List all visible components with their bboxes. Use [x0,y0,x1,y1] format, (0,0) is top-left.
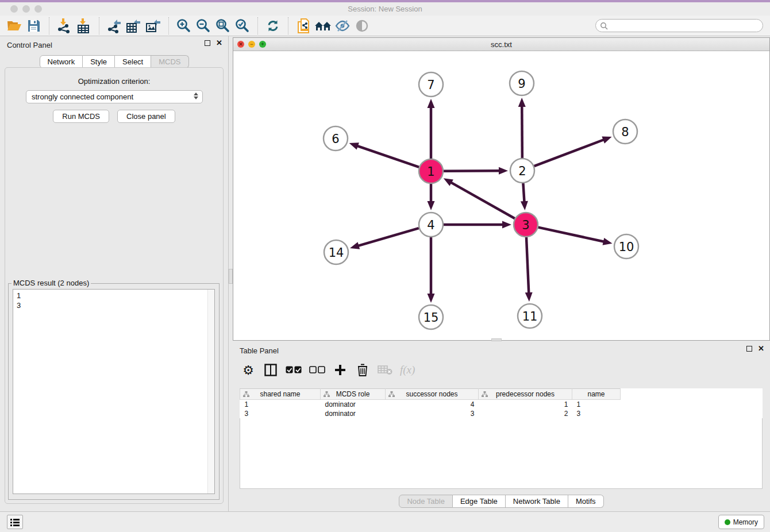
trash-icon [357,364,368,376]
duplicate-network-button[interactable] [294,17,313,34]
zoom-out-button[interactable] [194,17,213,34]
column-header-mcds-role[interactable]: MCDS role [321,389,386,400]
zoom-in-button[interactable] [174,17,194,34]
task-history-button[interactable] [7,515,23,529]
table-toolbar: ⚙ [241,358,415,382]
table-cell[interactable]: dominator [321,409,386,418]
graph-node-label: 1 [427,165,434,179]
graph-node-label: 2 [518,164,526,178]
window-title: Session: New Session [0,5,770,13]
control-panel: Control Panel ✕ Network Style Select MCD… [0,36,229,511]
close-panel-icon[interactable]: ✕ [216,40,222,46]
panel-splitter-handle[interactable] [229,269,233,284]
column-header-name[interactable]: name [572,389,621,400]
graph-edge-3-10[interactable] [538,228,605,242]
table-cell[interactable]: 1 [240,400,321,409]
tab-network[interactable]: Network [39,55,83,68]
zoom-selected-button[interactable] [233,17,252,34]
network-graph: 7968124314101511 [233,51,769,340]
delete-table-button[interactable] [378,361,392,379]
criterion-dropdown[interactable]: strongly connected component [26,90,203,103]
graph-node-label: 10 [619,240,634,254]
import-table-button[interactable] [74,17,94,34]
zoom-fit-button[interactable] [213,17,233,34]
graph-node-label: 6 [332,132,339,146]
graph-edge-4-14[interactable] [357,228,418,246]
tab-network-table[interactable]: Network Table [506,495,568,508]
graph-edge-1-6[interactable] [356,145,419,167]
mcds-result-group: MCDS result (2 nodes) 13 [8,283,220,500]
tab-style[interactable]: Style [83,55,115,68]
column-header-shared-name[interactable]: shared name [240,389,321,400]
table-cell[interactable]: 3 [572,409,621,418]
search-input[interactable] [608,21,763,31]
tab-motifs[interactable]: Motifs [568,495,604,508]
table-cell[interactable]: 4 [386,400,479,409]
add-row-button[interactable] [333,361,348,379]
table-cell[interactable]: dominator [321,400,386,409]
graph-edge-2-9[interactable] [522,105,522,158]
graph-node-label: 8 [621,125,629,139]
mcds-result-item[interactable]: 3 [17,300,203,310]
show-hidden-button[interactable] [352,17,372,34]
show-column-button[interactable] [263,361,278,379]
table-cell[interactable]: 3 [240,409,321,418]
import-network-button[interactable] [55,17,74,34]
mcds-result-list[interactable]: 13 [13,289,215,494]
export-table-button[interactable] [124,17,144,34]
columns-icon [264,364,277,376]
main-toolbar [0,16,770,36]
plus-icon [334,364,346,376]
refresh-button[interactable] [263,17,283,34]
export-table-icon [126,18,141,33]
save-session-button[interactable] [24,17,44,34]
tab-edge-table[interactable]: Edge Table [453,495,506,508]
network-window-titlebar[interactable]: ✕ − + scc.txt [233,38,769,51]
tab-mcds[interactable]: MCDS [151,55,188,68]
search-field[interactable] [595,19,763,32]
close-panel-button[interactable]: Close panel [117,110,175,123]
float-table-panel-icon[interactable] [746,346,752,352]
tab-select[interactable]: Select [115,55,151,68]
open-session-button[interactable] [5,17,24,34]
graph-edge-3-11[interactable] [526,237,529,294]
edge-arrowhead [428,201,435,210]
run-mcds-button[interactable]: Run MCDS [53,110,109,123]
first-neighbors-button[interactable] [313,17,333,34]
table-cell[interactable]: 2 [479,409,572,418]
function-builder-button[interactable]: f(x) [400,361,415,379]
graph-edge-3-1[interactable] [450,182,515,219]
unselect-all-button[interactable] [309,361,325,379]
table-splitter-handle[interactable] [491,338,502,341]
status-bar: Memory [0,511,770,532]
table-cell[interactable]: 1 [572,400,621,409]
criterion-value: strongly connected component [32,92,133,101]
delete-row-button[interactable] [355,361,370,379]
table-row[interactable]: 3dominator323 [240,409,763,418]
network-canvas[interactable]: 7968124314101511 [233,51,769,340]
mcds-list-scrollbar[interactable] [207,290,214,494]
float-panel-icon[interactable] [205,40,210,46]
mcds-result-item[interactable]: 1 [17,291,203,300]
graph-edge-2-8[interactable] [534,139,605,166]
export-image-button[interactable] [144,17,163,34]
export-network-button[interactable] [105,17,124,34]
table-cell[interactable]: 3 [386,409,479,418]
table-settings-button[interactable]: ⚙ [241,361,256,379]
refresh-icon [266,19,280,33]
select-all-button[interactable] [286,361,302,379]
graph-edge-1-2[interactable] [444,171,500,171]
edge-arrowhead [521,201,528,210]
table-cell[interactable]: 1 [479,400,572,409]
column-header-successor-nodes[interactable]: successor nodes [386,389,479,400]
table-header-row: shared name MCDS role successor nodes pr… [240,389,763,400]
column-header-predecessor-nodes[interactable]: predecessor nodes [479,389,572,400]
close-table-panel-icon[interactable]: ✕ [758,346,764,352]
hide-selected-button[interactable] [333,17,352,34]
toolbar-separator [257,17,258,34]
table-row[interactable]: 1dominator411 [240,400,763,409]
tab-node-table[interactable]: Node Table [399,495,453,508]
memory-button[interactable]: Memory [718,515,764,529]
graph-edge-2-3[interactable] [523,183,524,203]
graph-node-label: 14 [329,246,344,260]
